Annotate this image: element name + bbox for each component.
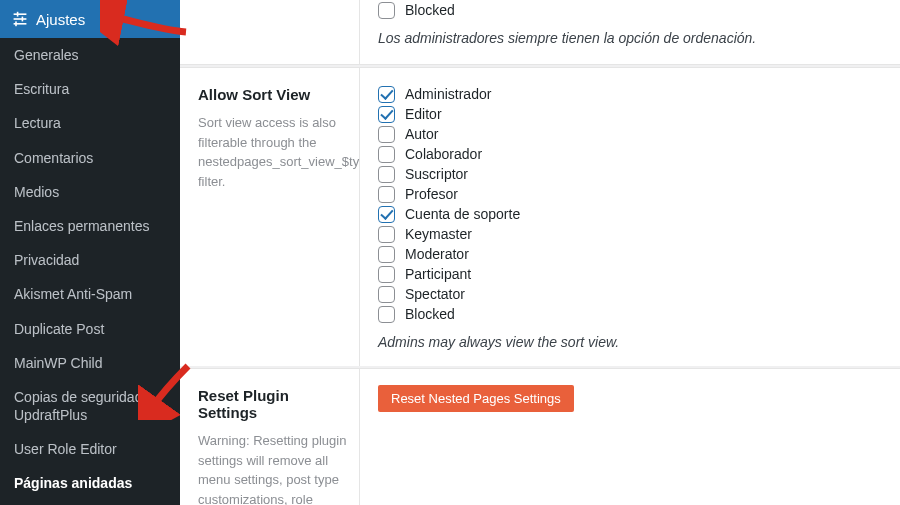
role-checkbox[interactable] (378, 2, 395, 19)
svg-rect-3 (22, 17, 24, 22)
role-label: Suscriptor (405, 166, 468, 182)
role-checkbox[interactable] (378, 126, 395, 143)
role-checkbox-row: Editor (378, 104, 882, 124)
svg-rect-1 (17, 12, 19, 17)
svg-rect-2 (14, 18, 27, 20)
sidebar-item-user-role-editor[interactable]: User Role Editor (0, 432, 180, 466)
role-checkbox[interactable] (378, 106, 395, 123)
sidebar-item-enlaces-permanentes[interactable]: Enlaces permanentes (0, 209, 180, 243)
role-checkbox-row: Participant (378, 264, 882, 284)
prev-section-note: Los administradores siempre tienen la op… (378, 30, 882, 46)
sidebar-item-lectura[interactable]: Lectura (0, 106, 180, 140)
role-label: Blocked (405, 306, 455, 322)
role-label: Spectator (405, 286, 465, 302)
role-label: Moderator (405, 246, 469, 262)
role-label: Editor (405, 106, 442, 122)
role-checkbox-row: Administrador (378, 84, 882, 104)
reset-plugin-desc: Warning: Resetting plugin settings will … (198, 431, 347, 505)
role-checkbox[interactable] (378, 286, 395, 303)
role-checkbox-row: Suscriptor (378, 164, 882, 184)
sidebar-settings-parent[interactable]: Ajustes (0, 0, 180, 38)
svg-rect-0 (14, 13, 27, 15)
role-checkbox[interactable] (378, 166, 395, 183)
sidebar-item-generales[interactable]: Generales (0, 38, 180, 72)
role-checkbox-row: Blocked (378, 0, 882, 20)
sidebar-item-privacidad[interactable]: Privacidad (0, 243, 180, 277)
role-checkbox[interactable] (378, 206, 395, 223)
role-label: Keymaster (405, 226, 472, 242)
role-checkbox-row: Colaborador (378, 144, 882, 164)
prev-section-tail: Blocked Los administradores siempre tien… (180, 0, 900, 65)
sliders-icon (12, 11, 28, 27)
sidebar-item-copias-de-seguridad-updraftplus[interactable]: Copias de seguridad UpdraftPlus (0, 380, 180, 432)
sidebar-item-escritura[interactable]: Escritura (0, 72, 180, 106)
role-checkbox-row: Keymaster (378, 224, 882, 244)
allow-sort-view-section: Allow Sort View Sort view access is also… (180, 67, 900, 366)
sidebar-item-akismet-anti-spam[interactable]: Akismet Anti-Spam (0, 277, 180, 311)
role-checkbox[interactable] (378, 226, 395, 243)
admin-sidebar: Ajustes GeneralesEscrituraLecturaComenta… (0, 0, 180, 505)
sidebar-item-medios[interactable]: Medios (0, 175, 180, 209)
sidebar-item-pagenavi[interactable]: PageNavi (0, 501, 180, 505)
sidebar-item-mainwp-child[interactable]: MainWP Child (0, 346, 180, 380)
sidebar-item-comentarios[interactable]: Comentarios (0, 141, 180, 175)
allow-sort-view-note: Admins may always view the sort view. (378, 334, 882, 350)
role-checkbox[interactable] (378, 186, 395, 203)
reset-plugin-section: Reset Plugin Settings Warning: Resetting… (180, 368, 900, 505)
role-label: Blocked (405, 2, 455, 18)
sidebar-item-p-ginas-anidadas[interactable]: Páginas anidadas (0, 466, 180, 500)
role-checkbox-row: Profesor (378, 184, 882, 204)
role-checkbox[interactable] (378, 246, 395, 263)
sidebar-settings-label: Ajustes (36, 11, 85, 28)
role-checkbox-row: Cuenta de soporte (378, 204, 882, 224)
role-label: Participant (405, 266, 471, 282)
role-checkbox-row: Spectator (378, 284, 882, 304)
role-checkbox[interactable] (378, 146, 395, 163)
role-checkbox-row: Autor (378, 124, 882, 144)
allow-sort-view-title: Allow Sort View (198, 86, 347, 103)
settings-content: Blocked Los administradores siempre tien… (180, 0, 900, 505)
reset-plugin-title: Reset Plugin Settings (198, 387, 347, 421)
role-label: Colaborador (405, 146, 482, 162)
svg-rect-5 (15, 21, 17, 26)
role-checkbox-row: Moderator (378, 244, 882, 264)
sidebar-item-duplicate-post[interactable]: Duplicate Post (0, 312, 180, 346)
role-label: Cuenta de soporte (405, 206, 520, 222)
reset-nested-pages-button[interactable]: Reset Nested Pages Settings (378, 385, 574, 412)
role-label: Administrador (405, 86, 491, 102)
role-checkbox[interactable] (378, 86, 395, 103)
role-label: Profesor (405, 186, 458, 202)
role-label: Autor (405, 126, 438, 142)
role-checkbox[interactable] (378, 266, 395, 283)
role-checkbox[interactable] (378, 306, 395, 323)
sidebar-submenu: GeneralesEscrituraLecturaComentariosMedi… (0, 38, 180, 505)
allow-sort-view-desc: Sort view access is also filterable thro… (198, 113, 347, 191)
role-checkbox-row: Blocked (378, 304, 882, 324)
